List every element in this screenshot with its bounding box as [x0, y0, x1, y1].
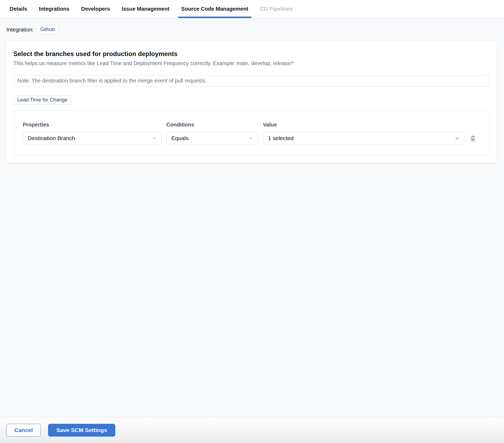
- integration-label: Integration:: [6, 26, 34, 33]
- tab-issue-management[interactable]: Issue Management: [119, 0, 173, 18]
- cancel-button[interactable]: Cancel: [6, 424, 41, 437]
- tab-source-code-management[interactable]: Source Code Management: [178, 0, 251, 18]
- clear-selection-icon[interactable]: [455, 136, 460, 141]
- scm-settings-card: Select the branches used for production …: [6, 41, 497, 163]
- tab-integrations[interactable]: Integrations: [36, 0, 73, 18]
- condition-select-value: Equals: [171, 135, 188, 141]
- branch-filter-panel: Properties Conditions Value Destination …: [13, 110, 490, 155]
- condition-select[interactable]: Equals: [166, 132, 258, 145]
- card-subtitle: This helps us measure metrics like Lead …: [13, 60, 490, 66]
- conditions-column-header: Conditions: [166, 121, 258, 128]
- chevron-down-icon: [152, 136, 157, 141]
- save-scm-settings-button[interactable]: Save SCM Settings: [48, 424, 115, 437]
- trash-icon: [469, 135, 477, 142]
- integration-row: Integration: Github: [6, 25, 498, 34]
- value-select-value: 1 selected: [268, 135, 294, 141]
- value-column-header: Value: [263, 121, 464, 128]
- property-select-value: Destination Branch: [28, 135, 75, 141]
- value-multiselect[interactable]: 1 selected: [263, 132, 464, 145]
- property-select[interactable]: Destination Branch: [23, 132, 162, 145]
- tab-developers[interactable]: Developers: [78, 0, 113, 18]
- destination-branch-note: Note: The destination branch filter is a…: [13, 75, 490, 87]
- action-footer: Cancel Save SCM Settings: [0, 417, 504, 443]
- properties-column-header: Properties: [23, 121, 162, 128]
- chevron-down-icon: [248, 136, 254, 141]
- card-title: Select the branches used for production …: [13, 50, 490, 58]
- lead-time-for-change-tag: Lead Time for Change: [13, 95, 72, 105]
- integration-provider-badge: Github: [37, 25, 59, 34]
- tab-details[interactable]: Details: [6, 0, 30, 18]
- delete-filter-row-button[interactable]: [469, 135, 477, 142]
- tab-cd-pipelines: CD Pipelines: [257, 0, 296, 18]
- tab-bar: Details Integrations Developers Issue Ma…: [0, 0, 504, 18]
